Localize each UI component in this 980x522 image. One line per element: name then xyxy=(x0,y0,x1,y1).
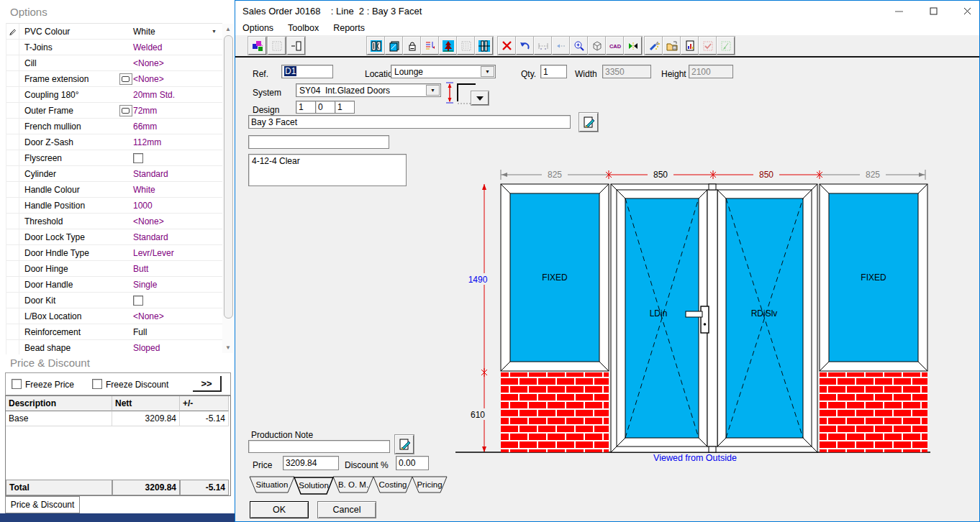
edit-description-button[interactable] xyxy=(579,113,598,132)
option-row-reinforcement[interactable]: ReinforcementFull xyxy=(6,324,222,340)
report-icon[interactable] xyxy=(681,37,699,55)
tab-solution[interactable]: Solution xyxy=(294,477,333,494)
ref-input[interactable]: D1 xyxy=(281,65,333,78)
qty-label: Qty. xyxy=(521,69,536,79)
option-row-cylinder[interactable]: CylinderStandard xyxy=(6,166,222,182)
close-button[interactable] xyxy=(955,4,979,18)
tab-pricing[interactable]: Pricing xyxy=(412,477,447,493)
option-row-door-kit[interactable]: Door Kit xyxy=(6,293,222,308)
mullion-icon[interactable] xyxy=(475,37,493,55)
minimize-button[interactable] xyxy=(886,4,911,18)
glazing-spec-box[interactable]: 4-12-4 Clear xyxy=(248,154,407,186)
description-input[interactable] xyxy=(248,115,571,129)
options-scrollbar[interactable]: ▲ ▼ xyxy=(222,24,234,353)
option-row-flyscreen[interactable]: Flyscreen xyxy=(6,150,222,166)
zoom-icon[interactable] xyxy=(570,37,588,55)
tab-costing[interactable]: Costing xyxy=(373,477,412,493)
option-checkbox[interactable] xyxy=(133,153,143,163)
option-row-coupling[interactable]: Coupling 180°20mm Std. xyxy=(6,87,222,103)
profile-picker-button[interactable] xyxy=(119,105,132,116)
title-bar[interactable]: Sales Order J0168 : Line 2 : Bay 3 Facet xyxy=(235,1,979,21)
option-row-outer-frame[interactable]: Outer Frame72mm xyxy=(6,103,222,119)
edit-production-note-button[interactable] xyxy=(395,435,414,454)
option-row-door-handle[interactable]: Door HandleSingle xyxy=(6,277,222,293)
dim-850-right[interactable]: 850 xyxy=(759,170,773,180)
production-note-input[interactable] xyxy=(248,440,390,453)
sash-options-icon[interactable] xyxy=(367,37,385,55)
note-input[interactable] xyxy=(248,135,389,149)
freeze-discount-checkbox[interactable] xyxy=(92,379,102,389)
profile-picker-button[interactable] xyxy=(119,73,132,85)
option-row-threshold[interactable]: Threshold<None> xyxy=(6,214,222,229)
dimension-disabled-icon[interactable] xyxy=(534,37,552,55)
garden-view-icon[interactable] xyxy=(439,37,457,55)
scrollbar-thumb[interactable] xyxy=(224,35,233,319)
option-row-bead-shape[interactable]: Bead shapeSloped xyxy=(6,340,222,354)
option-row-door-handle-type[interactable]: Door Hndle TypeLevr/Lever xyxy=(6,245,222,261)
undo-icon[interactable] xyxy=(516,37,534,55)
discount-input[interactable] xyxy=(396,456,429,470)
option-row-handle-position[interactable]: Handle Position1000 xyxy=(6,198,222,214)
scroll-down-icon[interactable]: ▼ xyxy=(222,342,234,353)
cad-icon[interactable]: CAD xyxy=(606,37,624,55)
lock-icon[interactable] xyxy=(403,37,421,55)
option-row-frame-extension[interactable]: Frame extension<None> xyxy=(6,71,222,87)
change-product-icon[interactable] xyxy=(248,37,266,55)
grid-disabled-icon[interactable] xyxy=(268,37,286,55)
ok-button[interactable]: OK xyxy=(250,501,309,518)
menu-options[interactable]: Options xyxy=(242,23,273,33)
open-form-icon[interactable] xyxy=(663,37,681,55)
option-row-t-joins[interactable]: T-JoinsWelded xyxy=(6,40,222,55)
design-input-2[interactable] xyxy=(315,101,335,114)
glazing-icon[interactable] xyxy=(385,37,403,55)
option-row-french-mullion[interactable]: French mullion66mm xyxy=(6,119,222,134)
option-value: Butt xyxy=(133,264,148,274)
option-checkbox[interactable] xyxy=(133,296,143,306)
location-select[interactable]: Lounge▼ xyxy=(391,65,496,78)
dim-610[interactable]: 610 xyxy=(471,410,485,420)
dim-825-left[interactable]: 825 xyxy=(548,170,562,180)
delete-icon[interactable] xyxy=(498,37,516,55)
price-table-empty xyxy=(6,426,230,480)
option-row-handle-colour[interactable]: Handle ColourWhite xyxy=(6,182,222,198)
dim-grid-disabled-icon[interactable] xyxy=(457,37,475,55)
expand-price-button[interactable]: >> xyxy=(193,376,222,392)
option-row-cill[interactable]: Cill<None> xyxy=(6,55,222,71)
extend-disabled-icon[interactable] xyxy=(552,37,570,55)
dim-1490[interactable]: 1490 xyxy=(468,275,488,285)
dim-825-right[interactable]: 825 xyxy=(866,170,880,180)
survey-disabled-icon[interactable] xyxy=(699,37,717,55)
dim-850-left[interactable]: 850 xyxy=(653,170,668,180)
tab-price-discount[interactable]: Price & Discount xyxy=(5,496,80,513)
design-input-3[interactable] xyxy=(335,101,355,114)
chevron-down-icon[interactable]: ▼ xyxy=(426,85,440,96)
maximize-button[interactable] xyxy=(921,4,945,18)
freeze-price-checkbox[interactable] xyxy=(12,379,22,389)
option-row-door-hinge[interactable]: Door HingeButt xyxy=(6,261,222,277)
spray-icon[interactable] xyxy=(645,37,663,55)
price-input[interactable] xyxy=(283,456,339,470)
price-row-base[interactable]: Base 3209.84 -5.14 xyxy=(6,411,230,426)
rotate-3d-icon[interactable] xyxy=(588,37,606,55)
cancel-button[interactable]: Cancel xyxy=(317,501,376,518)
option-row-lbox-location[interactable]: L/Box Location<None> xyxy=(6,308,222,324)
menu-toolbox[interactable]: Toolbox xyxy=(288,23,319,33)
option-row-door-z-sash[interactable]: Door Z-Sash112mm xyxy=(6,134,222,150)
scroll-up-icon[interactable]: ▲ xyxy=(222,24,234,35)
chevron-down-icon[interactable]: ▼ xyxy=(212,29,217,34)
menu-reports[interactable]: Reports xyxy=(333,23,365,33)
scroll-disabled-icon[interactable] xyxy=(717,37,735,55)
move-frame-icon[interactable] xyxy=(287,37,305,55)
option-row-pvc-colour[interactable]: PVC Colour White▼ xyxy=(6,24,222,40)
ref-value: D1 xyxy=(284,66,296,76)
option-lines-icon[interactable] xyxy=(421,37,439,55)
qty-input[interactable] xyxy=(540,65,567,78)
design-input-1[interactable] xyxy=(296,101,316,114)
tab-situation[interactable]: Situation xyxy=(250,477,294,493)
tab-bom[interactable]: B. O. M. xyxy=(333,477,373,493)
chevron-down-icon[interactable]: ▼ xyxy=(481,66,494,77)
option-row-door-lock-type[interactable]: Door Lock TypeStandard xyxy=(6,229,222,245)
bay-dropdown-button[interactable] xyxy=(471,91,489,105)
flip-horizontal-icon[interactable] xyxy=(624,37,642,55)
system-select[interactable]: SY04 Int.Glazed Doors▼ xyxy=(296,83,441,97)
